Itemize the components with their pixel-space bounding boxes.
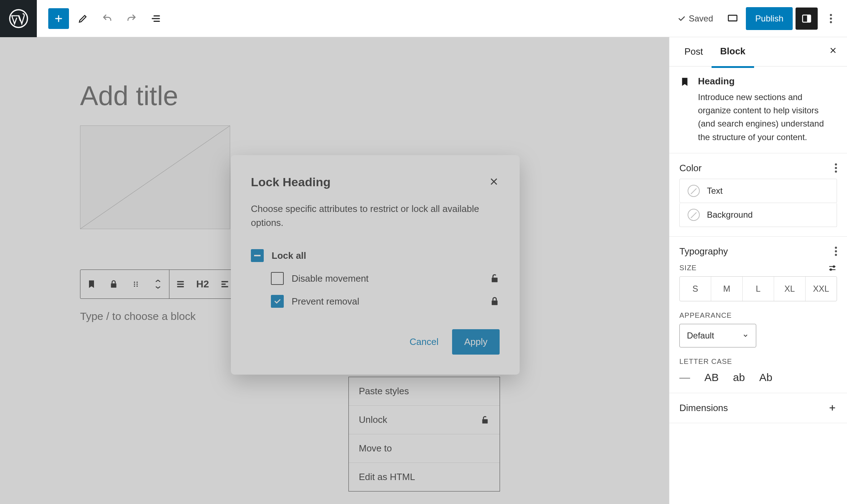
editor-canvas[interactable]: Add title H2 [0,37,669,504]
lock-indicator[interactable] [103,270,125,298]
text-color-button[interactable]: Text [679,179,837,203]
drag-icon [132,280,140,288]
appearance-label: APPEARANCE [679,311,732,320]
options-button[interactable] [821,8,841,29]
sidebar-close-button[interactable] [826,43,841,60]
publish-button[interactable]: Publish [746,7,793,30]
align-button[interactable] [169,270,192,298]
dimensions-title: Dimensions [679,402,728,414]
wp-logo[interactable] [0,0,37,37]
plus-icon[interactable] [828,403,837,412]
menu-paste-styles[interactable]: Paste styles [349,377,500,405]
pencil-icon [78,13,88,24]
size-xl[interactable]: XL [774,277,805,301]
color-menu-button[interactable] [835,167,837,169]
typography-section-title: Typography [679,246,728,257]
lock-all-label: Lock all [272,250,306,261]
chevron-down-icon [155,285,161,290]
sliders-icon[interactable] [828,263,837,273]
lock-all-checkbox[interactable] [251,249,264,262]
modal-title: Lock Heading [251,175,331,189]
bookmark-icon [86,279,96,289]
heading-level-button[interactable]: H2 [192,270,214,298]
wordpress-icon [9,9,28,28]
editor-header: Saved Publish [0,0,847,37]
tab-post[interactable]: Post [676,37,712,66]
lock-icon [490,296,500,306]
menu-unlock[interactable]: Unlock [349,405,500,434]
preview-button[interactable] [722,8,743,29]
svg-rect-11 [482,419,487,423]
undo-icon [102,13,113,24]
menu-move-to[interactable]: Move to [349,434,500,463]
lock-icon [109,280,118,289]
modal-close-button[interactable] [488,176,500,189]
close-icon [828,46,838,55]
none-swatch-icon [688,185,700,197]
disable-movement-row[interactable]: Disable movement [271,267,500,290]
letter-case-label: LETTER CASE [679,357,732,366]
case-upper[interactable]: AB [704,371,719,384]
svg-rect-1 [728,15,737,21]
svg-point-7 [134,283,135,285]
redo-button[interactable] [121,8,142,29]
appearance-select[interactable]: Default [679,324,756,347]
case-cap[interactable]: Ab [759,371,772,384]
svg-point-8 [137,283,138,285]
block-toolbar: H2 [80,270,236,299]
unlock-icon [480,415,490,425]
size-s[interactable]: S [680,277,711,301]
modal-description: Choose specific attributes to restrict o… [251,202,500,230]
plus-icon [54,14,64,24]
block-type-button[interactable] [80,270,103,298]
lock-modal: Lock Heading Choose specific attributes … [231,155,520,375]
size-m[interactable]: M [711,277,742,301]
chevron-up-icon [155,279,161,283]
align-left-icon [220,279,230,289]
disable-movement-checkbox[interactable] [271,272,284,285]
tools-button[interactable] [73,8,93,29]
cancel-button[interactable]: Cancel [406,329,442,355]
tab-block[interactable]: Block [712,37,754,68]
save-status: Saved [671,14,719,24]
background-color-button[interactable]: Background [679,203,837,227]
image-block-placeholder[interactable] [80,125,230,229]
svg-point-15 [829,268,832,271]
sidebar-tabs: Post Block [669,37,847,66]
list-view-icon [150,13,161,24]
letter-case-row: — AB ab Ab [679,371,837,384]
post-title-input[interactable]: Add title [80,80,429,111]
typography-menu-button[interactable] [835,250,837,252]
settings-panel-toggle[interactable] [796,8,818,30]
typography-section: Typography SIZE S M L XL XXL APPEARANCE … [669,237,847,393]
case-lower[interactable]: ab [733,371,745,384]
undo-button[interactable] [97,8,118,29]
svg-point-5 [134,282,135,283]
svg-rect-12 [492,278,497,282]
size-segmented: S M L XL XXL [679,276,837,301]
svg-point-9 [134,286,135,287]
close-icon [488,176,500,187]
svg-point-10 [137,286,138,287]
check-icon [677,14,686,23]
color-section-title: Color [679,163,702,174]
chevron-down-icon [742,332,749,339]
document-overview-button[interactable] [145,8,166,29]
size-l[interactable]: L [742,277,774,301]
prevent-removal-row[interactable]: Prevent removal [271,290,500,313]
prevent-removal-checkbox[interactable] [271,295,284,308]
saved-label: Saved [689,14,713,24]
sidebar-icon [801,13,812,24]
drag-handle[interactable] [125,270,147,298]
size-xxl[interactable]: XXL [805,277,837,301]
svg-rect-4 [111,283,116,288]
none-swatch-icon [688,209,700,221]
lock-all-row[interactable]: Lock all [251,244,500,267]
unlock-icon [490,273,500,283]
menu-edit-html[interactable]: Edit as HTML [349,463,500,491]
apply-button[interactable]: Apply [452,329,500,355]
move-buttons[interactable] [147,270,169,298]
block-inserter-button[interactable] [48,8,69,29]
case-none[interactable]: — [679,371,690,384]
header-toolbar-right: Saved Publish [671,7,847,30]
